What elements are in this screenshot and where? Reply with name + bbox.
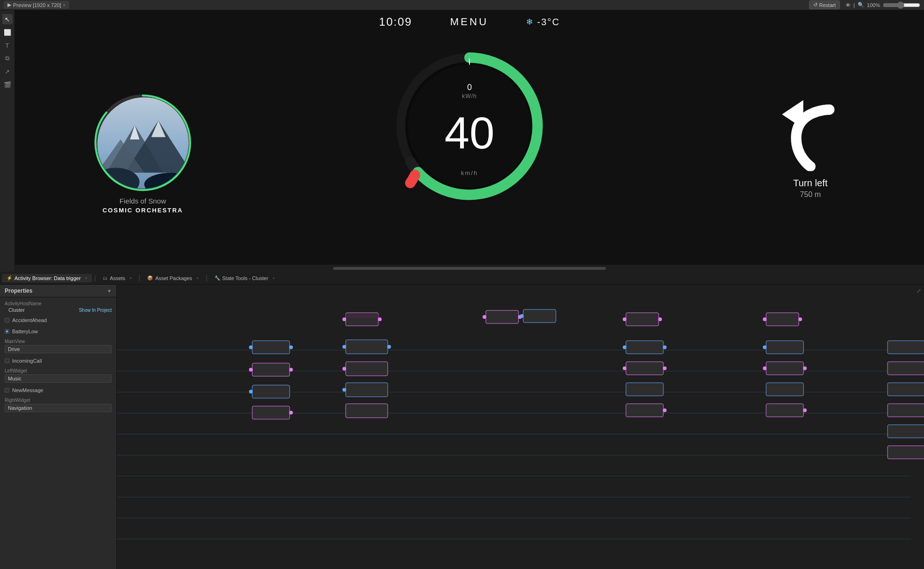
activity-browser-icon: ⚡ (7, 275, 12, 281)
tabs-row: ⚡ Activity Browser: Data trigger × 🗂 Ass… (0, 272, 924, 285)
svg-rect-59 (346, 383, 388, 397)
svg-rect-85 (766, 404, 803, 417)
incoming-call-checkbox[interactable] (5, 358, 9, 363)
snowflake-icon: ❄ (526, 17, 534, 27)
expand-icon[interactable]: ⤢ (917, 288, 921, 294)
tab-activity-browser[interactable]: ⚡ Activity Browser: Data trigger × (2, 274, 92, 282)
left-widget-label: LeftWidget (5, 368, 112, 373)
main-view-label: MainView (5, 339, 112, 344)
incoming-call-row: IncomingCall (5, 357, 112, 365)
props-collapse-button[interactable]: ▼ (107, 288, 112, 294)
sidebar-share-tool[interactable]: ↗ (2, 66, 13, 77)
preview-icon: ▶ (7, 2, 11, 8)
battery-low-checkbox[interactable] (5, 329, 9, 334)
svg-point-68 (763, 317, 767, 321)
speed-display: 40 (444, 111, 494, 155)
right-widget-group: RightWidget Navigation (5, 398, 112, 412)
temperature: -3°C (537, 17, 560, 28)
sidebar-video-tool[interactable]: 🎬 (2, 79, 13, 90)
props-body: ActivityHostName Cluster Show In Project… (0, 297, 116, 416)
tab-activity-browser-close[interactable]: × (85, 276, 87, 281)
sidebar-cursor-tool[interactable]: ↖ (2, 14, 13, 24)
accident-ahead-checkbox[interactable] (5, 318, 9, 323)
window-title-bar: ▶ Preview [1920 x 720] × ↺ Restart 👁 | 🔍… (0, 0, 924, 10)
svg-rect-67 (766, 313, 799, 326)
dash-topbar: 10:09 MENU ❄ -3°C (15, 10, 924, 34)
svg-point-39 (342, 317, 346, 321)
svg-point-65 (623, 317, 626, 321)
close-icon[interactable]: × (63, 3, 65, 7)
turn-arrow-svg (768, 95, 853, 171)
toolbar-right: ↺ Restart 👁 | 🔍 100% (809, 0, 920, 9)
activity-host-value: Cluster (5, 307, 25, 313)
svg-point-49 (387, 345, 391, 349)
svg-point-46 (289, 345, 293, 349)
svg-point-74 (763, 345, 767, 349)
window-tab[interactable]: ▶ Preview [1920 x 720] × (4, 1, 69, 9)
main-view-select[interactable]: Drive (5, 345, 112, 353)
activity-host-name-group: ActivityHostName Cluster Show In Project (5, 301, 112, 313)
scroll-thumb[interactable] (333, 267, 606, 270)
activity-host-row: Cluster Show In Project (5, 307, 112, 313)
tab-asset-packages-label: Asset Packages (155, 275, 192, 281)
svg-rect-44 (252, 341, 290, 354)
svg-rect-57 (252, 385, 290, 398)
new-message-label: NewMessage (12, 387, 43, 393)
turn-distance: 750 m (763, 190, 858, 199)
right-widget-select[interactable]: Navigation (5, 404, 112, 412)
svg-point-56 (342, 367, 346, 371)
new-message-checkbox[interactable] (5, 388, 9, 393)
dash-weather: ❄ -3°C (526, 17, 560, 28)
nav-widget: Turn left 750 m (763, 95, 858, 199)
tab-asset-packages[interactable]: 📦 Asset Packages × (142, 274, 203, 282)
preview-scrollbar[interactable] (15, 264, 924, 272)
zoom-icon: 🔍 (858, 2, 864, 8)
properties-panel: Properties ▼ ActivityHostName Cluster Sh… (0, 285, 117, 569)
battery-low-label: BatteryLow (12, 329, 38, 334)
restart-button[interactable]: ↺ Restart (809, 0, 840, 9)
speed-value: 40 (444, 111, 494, 155)
tab-separator-3 (206, 275, 207, 281)
tab-separator-1 (95, 275, 95, 281)
svg-rect-41 (486, 310, 519, 323)
svg-rect-91 (888, 425, 924, 438)
svg-point-51 (520, 314, 524, 318)
sidebar-layers-tool[interactable]: ⧉ (2, 53, 13, 63)
album-progress-ring (93, 93, 192, 192)
show-in-project-button[interactable]: Show In Project (79, 308, 112, 313)
power-unit: kW/h (462, 92, 477, 99)
svg-rect-47 (346, 340, 388, 354)
dash-menu: MENU (450, 16, 488, 28)
svg-point-42 (483, 315, 486, 319)
accident-ahead-label: AccidentAhead (12, 317, 47, 323)
zoom-slider[interactable] (883, 1, 920, 9)
tab-state-tools-close[interactable]: × (272, 276, 275, 281)
bottom-panel: ⚡ Activity Browser: Data trigger × 🗂 Ass… (0, 272, 924, 569)
tab-assets-close[interactable]: × (129, 276, 132, 281)
tab-assets[interactable]: 🗂 Assets × (98, 274, 136, 282)
sidebar-text-tool[interactable]: T (2, 40, 13, 50)
artist-name: COSMIC ORCHESTRA (86, 207, 199, 214)
eye-icon[interactable]: 👁 (846, 2, 851, 8)
svg-rect-61 (252, 406, 290, 419)
right-widget-label: RightWidget (5, 398, 112, 403)
svg-point-48 (342, 345, 346, 349)
tab-asset-packages-close[interactable]: × (196, 276, 199, 281)
svg-rect-92 (888, 446, 924, 459)
props-title: Properties (5, 288, 32, 294)
svg-point-80 (803, 366, 807, 370)
svg-point-58 (249, 390, 253, 393)
tab-state-tools-label: State Tools - Cluster (222, 275, 269, 281)
svg-rect-83 (626, 404, 663, 417)
svg-point-77 (663, 366, 667, 370)
tab-assets-label: Assets (110, 275, 125, 281)
tab-state-tools[interactable]: 🔧 State Tools - Cluster × (210, 274, 280, 282)
svg-point-66 (658, 317, 662, 321)
sidebar-frame-tool[interactable]: ⬜ (2, 27, 13, 37)
svg-rect-73 (766, 341, 803, 354)
main-view-select-row: Drive (5, 345, 112, 353)
left-widget-select-row: Music (5, 374, 112, 383)
node-graph[interactable]: ⤢ (117, 285, 924, 569)
battery-low-row: BatteryLow (5, 328, 112, 335)
left-widget-select[interactable]: Music (5, 374, 112, 383)
